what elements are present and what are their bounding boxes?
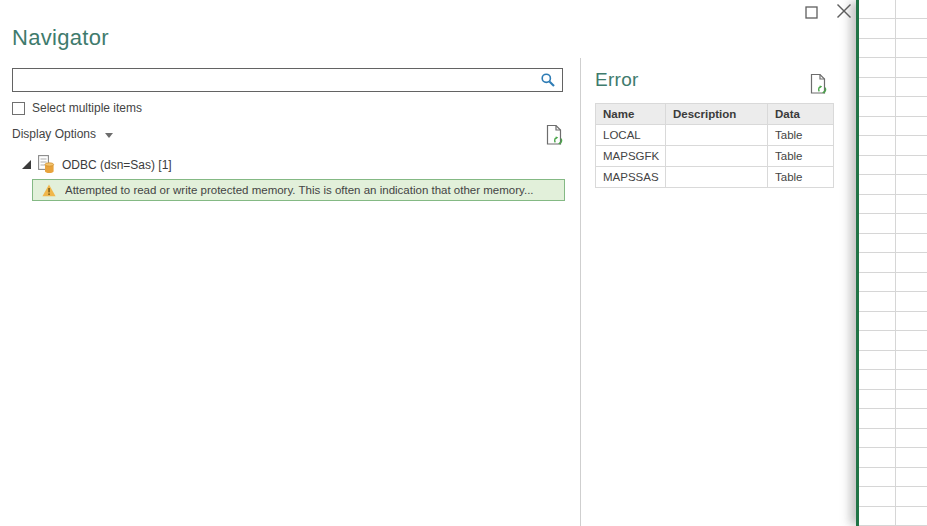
close-button[interactable] xyxy=(836,3,852,19)
error-refresh-button[interactable] xyxy=(810,73,828,99)
chevron-down-icon xyxy=(105,133,113,138)
column-header-data[interactable]: Data xyxy=(768,104,834,125)
excel-window-edge xyxy=(856,0,927,526)
column-header-description[interactable]: Description xyxy=(666,104,768,125)
search-icon[interactable] xyxy=(540,72,556,88)
table-row[interactable]: MAPSSAS Table xyxy=(596,167,834,188)
tree-node-odbc[interactable]: ODBC (dsn=Sas) [1] xyxy=(22,155,172,174)
display-options-label: Display Options xyxy=(12,127,96,141)
panel-divider xyxy=(580,58,581,526)
worksheet-grid xyxy=(859,0,927,526)
maximize-button[interactable] xyxy=(804,5,820,21)
search-input[interactable] xyxy=(13,69,540,91)
database-icon xyxy=(38,155,55,174)
table-row[interactable]: LOCAL Table xyxy=(596,125,834,146)
error-table: Name Description Data LOCAL Table MAPSGF… xyxy=(595,103,834,188)
grid-column-line xyxy=(895,0,896,526)
refresh-document-icon xyxy=(546,124,564,146)
table-header-row: Name Description Data xyxy=(596,104,834,125)
search-box[interactable] xyxy=(12,68,563,92)
cell-name[interactable]: MAPSGFK xyxy=(596,146,666,167)
select-multiple-checkbox[interactable] xyxy=(12,102,25,115)
tree-node-label: ODBC (dsn=Sas) [1] xyxy=(62,158,172,172)
tree-expander-icon[interactable] xyxy=(22,160,31,169)
cell-description[interactable] xyxy=(666,125,768,146)
maximize-icon xyxy=(804,5,820,21)
refresh-document-icon xyxy=(810,73,828,95)
warning-message: Attempted to read or write protected mem… xyxy=(65,184,534,196)
cell-data[interactable]: Table xyxy=(768,146,834,167)
select-multiple-label: Select multiple items xyxy=(32,101,142,115)
cell-data[interactable]: Table xyxy=(768,167,834,188)
cell-description[interactable] xyxy=(666,167,768,188)
display-options-dropdown[interactable]: Display Options xyxy=(12,127,113,141)
error-panel-title: Error xyxy=(595,69,639,91)
navigator-dialog: Navigator Select multiple items Display … xyxy=(0,0,927,526)
cell-data[interactable]: Table xyxy=(768,125,834,146)
cell-name[interactable]: MAPSSAS xyxy=(596,167,666,188)
column-header-name[interactable]: Name xyxy=(596,104,666,125)
tree-warning-row[interactable]: Attempted to read or write protected mem… xyxy=(32,179,565,201)
page-title: Navigator xyxy=(12,25,109,51)
cell-name[interactable]: LOCAL xyxy=(596,125,666,146)
cell-description[interactable] xyxy=(666,146,768,167)
close-icon xyxy=(836,3,852,19)
warning-icon xyxy=(42,184,56,197)
select-multiple-row[interactable]: Select multiple items xyxy=(12,101,142,115)
table-row[interactable]: MAPSGFK Table xyxy=(596,146,834,167)
refresh-button[interactable] xyxy=(546,124,564,150)
